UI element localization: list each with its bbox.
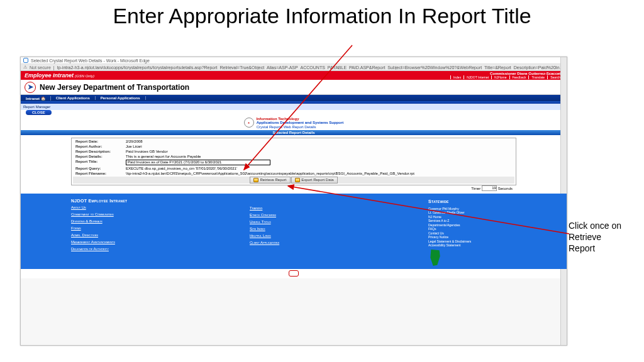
window-title: Selected Crystal Report Web Details - Wo… (31, 58, 150, 63)
lbl-author: Report Author: (73, 145, 122, 148)
retrieve-label: Retrieve Report (260, 178, 286, 182)
it-header: ⋆ Information Technology Applications De… (21, 115, 567, 130)
embedded-screenshot: Selected Crystal Report Web Details - Wo… (20, 57, 567, 346)
val-author: Joe Licari (123, 145, 514, 148)
footer-link[interactable]: Commitment to Communities (71, 212, 231, 216)
close-button[interactable]: CLOSE (26, 110, 52, 115)
export-label: Export Report Data (301, 178, 333, 182)
nav-personal-apps[interactable]: Personal Applications (96, 96, 146, 100)
edge-icon (23, 58, 28, 63)
footer-link[interactable]: Training (250, 206, 409, 210)
footer-link[interactable]: Delegation of Authority (71, 247, 231, 251)
top-links: IndexNJDOT InternetNJHomeFeedbackTransla… (450, 76, 563, 80)
lbl-file: Report Filename: (73, 172, 122, 175)
app-name: Employee Intranet (25, 72, 74, 79)
intranet-banner: Employee Intranet (GSN Only) Commissione… (21, 71, 567, 80)
window-titlebar: Selected Crystal Report Web Details - Wo… (21, 57, 567, 64)
timer-unit: Seconds (498, 186, 513, 190)
lbl-date: Report Date: (73, 140, 122, 143)
report-manager-label: Report Manager (23, 105, 50, 109)
gsn-label: (GSN Only) (75, 74, 94, 78)
footer: NJDOT Employee Intranet About Us Commitm… (21, 194, 567, 270)
nav-intranet[interactable]: Intranet 🏠 (21, 96, 51, 101)
footer-link[interactable]: Helpful Links (250, 234, 409, 238)
dept-header: ➤ New Jersey Department of Transportatio… (21, 80, 567, 95)
lbl-details: Report Details: (73, 155, 122, 158)
statewide-item[interactable]: Accessibility Statement (428, 243, 516, 248)
section-bar: Selected Report Details (21, 130, 567, 135)
retrieve-report-button[interactable]: Retrieve Report (250, 177, 290, 184)
link-njhome[interactable]: NJHome (491, 75, 509, 79)
export-icon (295, 178, 300, 182)
dept-name: New Jersey Department of Transportation (40, 83, 189, 92)
footer-link[interactable]: Site Index (250, 227, 409, 231)
link-internet[interactable]: NJDOT Internet (464, 75, 491, 79)
it-line3: Crystal Reports Web Report Details (257, 125, 344, 129)
footer-heading: NJDOT Employee Intranet (71, 199, 231, 203)
report-manager-row: Report Manager (21, 104, 567, 110)
footer-link[interactable]: Management Announcements (71, 240, 231, 244)
footer-link[interactable]: Ethics Concerns (250, 213, 409, 217)
footer-logo-icon (289, 270, 299, 277)
val-query: EXECUTE dbo.sp_paid_invoices_no_cm '07/0… (123, 167, 514, 170)
it-logo-icon: ⋆ (244, 118, 254, 128)
val-desc: Paid Invoices GB Vendor (123, 150, 514, 153)
not-secure-label: Not secure (30, 65, 51, 70)
footer-link[interactable]: Admin. Directives (71, 233, 231, 237)
timer-value[interactable] (482, 185, 497, 191)
report-title-input[interactable] (126, 160, 270, 165)
retrieve-icon (253, 178, 258, 182)
footer-link[interactable]: Useful Tools (250, 220, 409, 224)
lbl-query: Report Query: (73, 167, 122, 170)
footer-link[interactable]: Client Applications (250, 241, 409, 244)
it-line2: Applications Development and Systems Sup… (257, 121, 344, 124)
nav-client-apps[interactable]: Client Applications (51, 96, 96, 100)
timer-row: Timer Seconds (71, 185, 516, 192)
val-details: This is a general report for Accounts Pa… (123, 155, 514, 158)
njdot-logo-icon: ➤ (25, 82, 36, 93)
link-feedback[interactable]: Feedback (509, 75, 529, 79)
footer-link[interactable]: About Us (71, 206, 231, 209)
report-details-table: Report Date:2/29/2008 Report Author:Joe … (71, 138, 516, 185)
timer-label: Timer (471, 186, 480, 190)
address-bar[interactable]: ⚠ Not secure | tp-intra2-h3-a.njdot.lan/… (21, 64, 567, 71)
url-text: tp-intra2-h3-a.njdot.lan/dotocopps/tcrys… (57, 65, 564, 70)
footer-link[interactable]: Forms (71, 226, 231, 230)
nj-state-icon (428, 250, 442, 266)
warning-icon: ⚠ (23, 65, 27, 70)
slide-title: Enter Appropriate Information In Report … (0, 4, 644, 28)
lbl-desc: Report Description: (73, 150, 122, 153)
val-date: 2/29/2008 (123, 140, 514, 143)
statewide-heading: Statewide (428, 199, 516, 204)
link-index[interactable]: Index (450, 75, 464, 79)
val-file: \\tp-intra2-h3-a.njdot.lan\DCRS\inetpub_… (123, 172, 514, 175)
footer-bottom (21, 269, 567, 278)
annotation-retrieve: Click once on Retrieve Report (569, 220, 626, 255)
lbl-title: Report Title: (73, 160, 122, 165)
primary-nav: Intranet 🏠 Client Applications Personal … (21, 95, 567, 101)
footer-link[interactable]: Divisions & Bureaus (71, 219, 231, 223)
link-translate[interactable]: Translate (528, 75, 547, 79)
export-report-button[interactable]: Export Report Data (291, 177, 337, 184)
